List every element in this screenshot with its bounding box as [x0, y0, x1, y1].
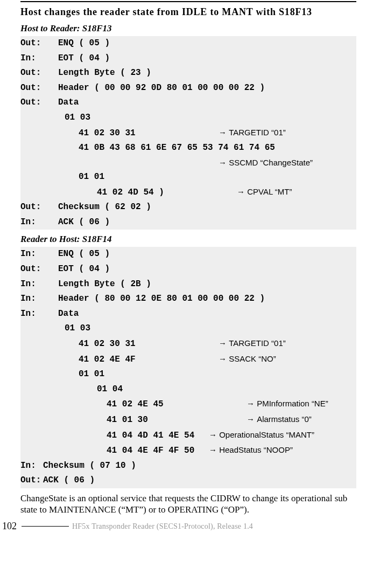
hex-bytes: Header ( 00 00 92 0D 80 01 00 00 00 22 ) [58, 82, 356, 94]
code-row: 01 01 [20, 170, 356, 185]
footer-doc-title: HF5x Transponder Reader (SECS1-Protocol)… [72, 522, 253, 531]
code-row: Out:ACK ( 06 ) [20, 473, 356, 488]
annotation: → SSCMD “ChangeState” [219, 157, 313, 168]
arrow-icon: → [247, 414, 257, 424]
code-row: Out:Data [20, 95, 356, 110]
direction-label: Out: [20, 67, 58, 79]
code-row: Out:Header ( 00 00 92 0D 80 01 00 00 00 … [20, 81, 356, 96]
section-1-title: Host to Reader: S18F13 [20, 23, 356, 34]
hex-bytes: Data [58, 97, 356, 109]
code-row: 01 03 [20, 110, 356, 126]
code-row: 01 04 [20, 382, 356, 397]
code-row: Out:Length Byte ( 23 ) [20, 66, 356, 81]
page: Host changes the reader state from IDLE … [0, 0, 366, 532]
arrow-icon: → [209, 430, 219, 439]
hex-bytes: EOT ( 04 ) [58, 264, 356, 275]
hex-bytes: 41 02 30 31 [58, 338, 219, 350]
annotation: → Alarmstatus “0” [247, 414, 312, 425]
footer: 102 HF5x Transponder Reader (SECS1-Proto… [20, 521, 356, 532]
hex-bytes: 41 02 30 31 [58, 128, 219, 140]
direction-label: Out: [20, 97, 58, 109]
hex-bytes: ENQ ( 05 ) [58, 248, 356, 260]
direction-label: Out: [20, 82, 58, 94]
code-row: In:Checksum ( 07 10 ) [20, 459, 356, 474]
top-rule [20, 1, 356, 2]
code-row: Out:ENQ ( 05 ) [20, 36, 356, 51]
hex-bytes: ENQ ( 05 ) [58, 38, 356, 50]
code-row: 01 01 [20, 367, 356, 382]
code-row: 41 04 4D 41 4E 54→ OperationalStatus “MA… [20, 428, 356, 444]
code-row: Out:EOT ( 04 ) [20, 262, 356, 277]
hex-bytes: ACK ( 06 ) [43, 475, 356, 487]
arrow-icon: → [219, 128, 229, 137]
arrow-icon: → [219, 354, 229, 363]
code-row: 41 0B 43 68 61 6E 67 65 53 74 61 74 65 [20, 141, 356, 156]
main-heading: Host changes the reader state from IDLE … [20, 6, 356, 18]
annotation: → TARGETID “01” [219, 338, 286, 349]
direction-label: In: [20, 308, 58, 320]
footer-rule [22, 526, 69, 527]
hex-bytes: 01 04 [58, 384, 356, 396]
direction-label: In: [20, 293, 58, 305]
direction-label: In: [20, 53, 58, 65]
hex-bytes: 41 04 4D 41 4E 54 [58, 430, 209, 442]
direction-label: In: [20, 460, 43, 472]
code-block-2: In:ENQ ( 05 )Out:EOT ( 04 )In:Length Byt… [20, 247, 356, 488]
code-row: → SSCMD “ChangeState” [20, 156, 356, 170]
code-row: 41 02 30 31→ TARGETID “01” [20, 126, 356, 141]
hex-bytes: 41 04 4E 4F 4F 50 [58, 445, 209, 457]
hex-bytes: Checksum ( 07 10 ) [43, 460, 356, 472]
code-row: 41 02 30 31→ TARGETID “01” [20, 336, 356, 352]
annotation: → SSACK “NO” [219, 354, 276, 364]
hex-bytes: EOT ( 04 ) [58, 53, 356, 65]
hex-bytes: 41 01 30 [58, 414, 247, 426]
annotation: → HeadStatus “NOOP” [209, 445, 293, 455]
code-row: In:EOT ( 04 ) [20, 51, 356, 66]
hex-bytes: 01 03 [58, 323, 356, 335]
direction-label: Out: [20, 264, 58, 275]
arrow-icon: → [219, 158, 229, 167]
code-row: In:ACK ( 06 ) [20, 215, 356, 230]
code-row: 41 04 4E 4F 4F 50→ HeadStatus “NOOP” [20, 443, 356, 459]
arrow-icon: → [209, 445, 219, 454]
hex-bytes: 41 02 4E 4F [58, 354, 219, 366]
hex-bytes: 01 01 [58, 369, 356, 381]
arrow-icon: → [247, 399, 257, 408]
hex-bytes: ACK ( 06 ) [58, 217, 356, 229]
hex-bytes: 01 01 [58, 171, 356, 183]
annotation: → PMInformation “NE” [247, 398, 328, 409]
code-row: 41 02 4D 54 )→ CPVAL “MT” [20, 185, 356, 200]
code-row: In:Length Byte ( 2B ) [20, 277, 356, 292]
hex-bytes: Checksum ( 62 02 ) [58, 202, 356, 213]
arrow-icon: → [237, 187, 247, 196]
direction-label: In: [20, 217, 58, 229]
code-row: 01 03 [20, 321, 356, 336]
hex-bytes: 41 0B 43 68 61 6E 67 65 53 74 61 74 65 [58, 142, 356, 154]
hex-bytes: Header ( 80 00 12 0E 80 01 00 00 00 22 ) [58, 293, 356, 305]
code-row: 41 02 4E 45→ PMInformation “NE” [20, 397, 356, 412]
direction-label: Out: [20, 202, 58, 213]
description-paragraph: ChangeState is an optional service that … [20, 493, 356, 516]
hex-bytes: 01 03 [58, 112, 356, 124]
hex-bytes: 41 02 4D 54 ) [58, 187, 237, 199]
code-block-1: Out:ENQ ( 05 )In:EOT ( 04 )Out:Length By… [20, 36, 356, 230]
code-row: In:Data [20, 307, 356, 322]
annotation: → TARGETID “01” [219, 127, 286, 138]
page-number: 102 [2, 521, 22, 532]
arrow-icon: → [219, 338, 229, 348]
direction-label: Out: [20, 475, 43, 487]
annotation: → CPVAL “MT” [237, 186, 292, 197]
annotation: → OperationalStatus “MANT” [209, 430, 314, 440]
direction-label: In: [20, 279, 58, 290]
hex-bytes: Data [58, 308, 356, 320]
code-row: Out:Checksum ( 62 02 ) [20, 200, 356, 215]
code-row: 41 01 30→ Alarmstatus “0” [20, 412, 356, 428]
direction-label: Out: [20, 38, 58, 50]
code-row: 41 02 4E 4F→ SSACK “NO” [20, 352, 356, 368]
code-row: In:ENQ ( 05 ) [20, 247, 356, 262]
code-row: In:Header ( 80 00 12 0E 80 01 00 00 00 2… [20, 292, 356, 307]
section-2-title: Reader to Host: S18F14 [20, 234, 356, 245]
direction-label: In: [20, 248, 58, 260]
hex-bytes: Length Byte ( 23 ) [58, 67, 356, 79]
hex-bytes: Length Byte ( 2B ) [58, 279, 356, 290]
